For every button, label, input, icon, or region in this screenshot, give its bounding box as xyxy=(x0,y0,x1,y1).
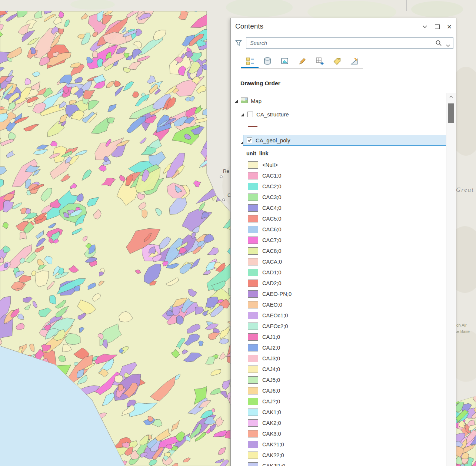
legend-swatch[interactable] xyxy=(248,258,258,265)
legend-item[interactable]: CAEOc2;0 xyxy=(248,323,292,330)
legend-item[interactable]: CAC5;0 xyxy=(248,215,292,222)
legend-item[interactable]: CAD1;0 xyxy=(248,269,292,276)
legend-item[interactable]: CAJ?;0 xyxy=(248,398,292,405)
legend-swatch[interactable] xyxy=(248,376,258,384)
legend-label: CAC1;0 xyxy=(262,173,281,179)
search-input[interactable] xyxy=(246,38,453,48)
legend-label: CAC3;0 xyxy=(262,194,281,200)
legend-label: CAK2;0 xyxy=(262,420,281,426)
legend-swatch[interactable] xyxy=(248,194,258,201)
legend-swatch[interactable] xyxy=(248,366,258,373)
legend-item[interactable]: CAJ5;0 xyxy=(248,376,292,384)
legend-item[interactable]: CAJ6;0 xyxy=(248,387,292,394)
legend-item[interactable]: CAJ1;0 xyxy=(248,333,292,341)
legend-swatch[interactable] xyxy=(248,161,258,169)
legend-item[interactable]: CAK3;0 xyxy=(248,430,292,437)
search-icon[interactable] xyxy=(435,40,442,48)
tab-perspective[interactable] xyxy=(346,54,363,68)
panel-scrollbar[interactable] xyxy=(446,93,456,466)
legend-label: CAEO;0 xyxy=(262,302,282,308)
legend-swatch[interactable] xyxy=(248,409,258,416)
legend-swatch[interactable] xyxy=(248,215,258,222)
legend-swatch[interactable] xyxy=(248,323,258,330)
scroll-up-icon[interactable] xyxy=(446,96,456,98)
legend-item[interactable]: CAC3;0 xyxy=(248,194,292,201)
legend-swatch[interactable] xyxy=(248,226,258,233)
tab-editing[interactable] xyxy=(293,54,311,68)
legend-swatch[interactable] xyxy=(248,419,258,427)
layer-row-ca-structure[interactable]: CA_structure xyxy=(241,109,289,119)
legend-swatch[interactable] xyxy=(248,312,258,319)
legend-item[interactable]: CAK?1;0 xyxy=(248,441,292,448)
legend-swatch[interactable] xyxy=(248,398,258,405)
legend-item[interactable]: CAC8;0 xyxy=(248,247,292,255)
legend-swatch[interactable] xyxy=(248,237,258,244)
layer-visibility-checkbox-checked[interactable] xyxy=(247,138,252,143)
legend-swatch[interactable] xyxy=(248,441,258,448)
legend-item[interactable]: CAC4;0 xyxy=(248,204,292,212)
legend-swatch[interactable] xyxy=(248,301,258,308)
legend-item[interactable]: CAEOc1;0 xyxy=(248,312,292,319)
legend-label: CAC7;0 xyxy=(262,237,281,243)
legend-item[interactable]: CAK2;0 xyxy=(248,419,292,427)
legend-item[interactable]: <Null> xyxy=(248,161,292,169)
legend-swatch[interactable] xyxy=(248,290,258,298)
legend-swatch[interactable] xyxy=(248,462,258,466)
legend-item[interactable]: CAD2;0 xyxy=(248,280,292,287)
legend-item[interactable]: CAC7;0 xyxy=(248,237,292,244)
legend-item[interactable]: CAJ4;0 xyxy=(248,366,292,373)
legend-item[interactable]: CAC6;0 xyxy=(248,226,292,233)
legend-item[interactable]: CAC2;0 xyxy=(248,183,292,190)
legend-item[interactable]: CAEO;0 xyxy=(248,301,292,308)
legend-label: CAEOc2;0 xyxy=(262,323,288,329)
legend-swatch[interactable] xyxy=(248,280,258,287)
legend-item[interactable]: CACA;0 xyxy=(248,258,292,265)
layer-row-ca-geol-poly[interactable]: CA_geol_poly xyxy=(243,135,447,146)
legend-swatch[interactable] xyxy=(248,333,258,341)
legend-label: CACA;0 xyxy=(262,259,282,265)
legend-item[interactable]: CAJ3;0 xyxy=(248,355,292,362)
maximize-panel-icon[interactable] xyxy=(433,23,441,30)
legend-swatch[interactable] xyxy=(248,387,258,394)
legend-swatch[interactable] xyxy=(248,452,258,459)
layer-tree-map-row[interactable]: Map xyxy=(234,96,262,106)
line-symbol[interactable] xyxy=(248,126,257,127)
filter-icon[interactable] xyxy=(234,39,243,47)
legend-label: CAC5;0 xyxy=(262,216,281,222)
legend-item[interactable]: CAK1;0 xyxy=(248,409,292,416)
legend-label: CAC2;0 xyxy=(262,184,281,189)
map-place-label: Re xyxy=(223,168,229,174)
legend-swatch[interactable] xyxy=(248,204,258,212)
tab-data-source[interactable] xyxy=(259,54,276,68)
expander-icon[interactable] xyxy=(241,111,244,118)
legend-swatch[interactable] xyxy=(248,430,258,437)
legend-label: CAK?1;0 xyxy=(262,442,284,447)
legend-swatch[interactable] xyxy=(248,344,258,351)
legend-item[interactable]: CAEO-PN;0 xyxy=(248,290,292,298)
legend-item[interactable]: CAJ2;0 xyxy=(248,344,292,351)
legend-label: CAJ?;0 xyxy=(262,399,280,404)
search-options-chevron-icon[interactable] xyxy=(446,42,450,49)
legend-item[interactable]: CAKJf1;0 xyxy=(248,462,292,466)
legend-swatch[interactable] xyxy=(248,183,258,190)
legend-label: CAC4;0 xyxy=(262,205,281,211)
layer-visibility-checkbox-unchecked[interactable] xyxy=(247,112,253,117)
legend-label: CAJ5;0 xyxy=(262,377,280,383)
tab-snapping[interactable] xyxy=(311,54,328,68)
legend-label: CAC8;0 xyxy=(262,248,281,254)
close-panel-icon[interactable]: ✕ xyxy=(446,23,453,30)
legend-swatch[interactable] xyxy=(248,355,258,362)
legend-swatch[interactable] xyxy=(248,172,258,179)
scrollbar-thumb[interactable] xyxy=(448,103,454,123)
legend-item[interactable]: CAC1;0 xyxy=(248,172,292,179)
legend-swatch[interactable] xyxy=(248,247,258,255)
legend-swatch[interactable] xyxy=(248,269,258,276)
contents-panel: Contents ✕ xyxy=(230,18,456,466)
drawing-order-heading: Drawing Order xyxy=(240,80,280,87)
tab-labeling[interactable] xyxy=(328,54,346,68)
legend-item[interactable]: CAK?2;0 xyxy=(248,452,292,459)
expander-icon[interactable] xyxy=(234,98,238,104)
tab-selection[interactable] xyxy=(276,54,293,68)
tab-drawing-order[interactable] xyxy=(241,54,259,68)
collapse-panel-icon[interactable] xyxy=(421,23,429,30)
